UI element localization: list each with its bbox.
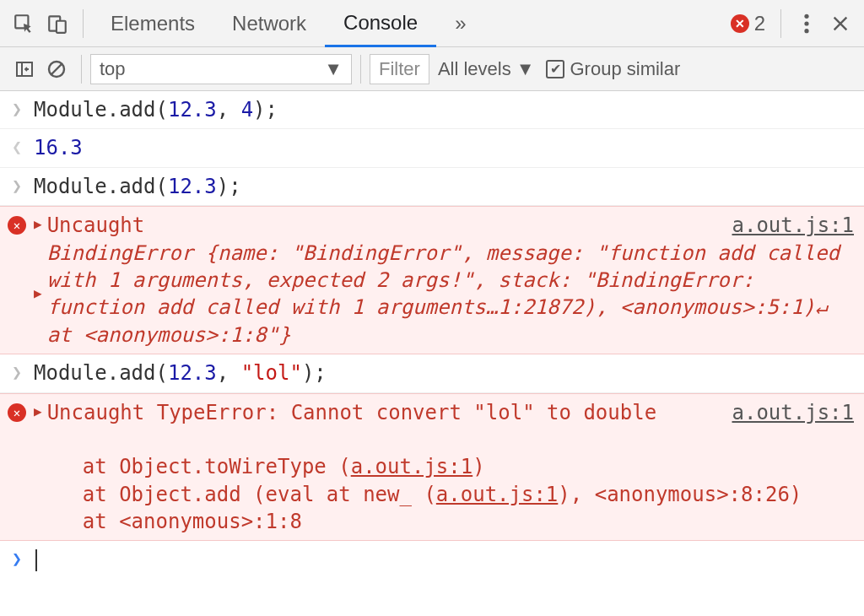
stack-source-link[interactable]: a.out.js:1 (351, 455, 473, 478)
input-chevron-icon (12, 362, 22, 382)
tab-elements[interactable]: Elements (92, 0, 213, 46)
console-prompt-input[interactable] (34, 546, 864, 573)
console-log: Module.add(12.3, 4); 16.3 Module.add(12.… (0, 91, 864, 579)
kebab-menu-icon[interactable] (790, 7, 824, 41)
error-object: BindingError {name: "BindingError", mess… (47, 240, 854, 349)
console-toolbar: top ▼ Filter All levels ▼ ✔ Group simila… (0, 47, 864, 91)
output-chevron-icon (12, 137, 22, 157)
error-icon: ✕ (8, 403, 26, 422)
chevron-down-icon: ▼ (516, 58, 535, 80)
console-input: Module.add(12.3, "lol"); (34, 359, 864, 386)
log-levels-selector[interactable]: All levels ▼ (438, 58, 535, 80)
error-icon: ✕ (8, 216, 26, 235)
tab-network[interactable]: Network (213, 0, 325, 46)
tab-console[interactable]: Console (325, 0, 436, 47)
console-prompt-row[interactable] (0, 541, 864, 578)
expand-triangle-icon[interactable]: ▶ (34, 281, 42, 306)
text-cursor (35, 549, 37, 571)
svg-rect-2 (57, 20, 66, 32)
expand-triangle-icon[interactable]: ▶ (34, 212, 42, 237)
separator (81, 55, 82, 84)
console-input: Module.add(12.3); (34, 173, 864, 200)
sidebar-toggle-icon[interactable] (8, 53, 40, 85)
devtools-tabbar: Elements Network Console » ✕ 2 (0, 0, 864, 47)
panel-tabs: Elements Network Console » (92, 0, 485, 46)
input-chevron-icon (12, 176, 22, 196)
stack-source-link[interactable]: a.out.js:1 (436, 483, 559, 506)
group-similar-label: Group similar (570, 58, 680, 80)
console-input-row: Module.add(12.3, "lol"); (0, 354, 864, 392)
filter-input[interactable]: Filter (370, 54, 429, 84)
error-count-badge[interactable]: ✕ 2 (731, 12, 765, 35)
console-input-row: Module.add(12.3); (0, 168, 864, 206)
group-similar-checkbox[interactable]: ✔ (546, 60, 564, 78)
inspect-element-icon[interactable] (7, 7, 40, 41)
console-output-row: 16.3 (0, 129, 864, 167)
input-chevron-icon (12, 99, 22, 119)
clear-console-icon[interactable] (40, 53, 73, 85)
svg-point-4 (804, 21, 808, 25)
device-toolbar-icon[interactable] (40, 7, 74, 41)
console-output: 16.3 (34, 134, 864, 161)
separator (780, 9, 781, 38)
chevron-down-icon: ▼ (324, 58, 343, 80)
error-source-link[interactable]: a.out.js:1 (732, 399, 855, 426)
close-icon[interactable] (824, 7, 857, 41)
context-selector[interactable]: top ▼ (90, 54, 352, 84)
console-input: Module.add(12.3, 4); (34, 96, 864, 123)
error-count: 2 (754, 12, 765, 35)
prompt-chevron-icon (12, 548, 22, 569)
filter-placeholder: Filter (379, 58, 420, 80)
expand-triangle-icon[interactable]: ▶ (34, 399, 42, 424)
console-error-row: ✕ a.out.js:1 ▶ Uncaught TypeError: Canno… (0, 393, 864, 542)
separator (360, 55, 361, 84)
error-title: Uncaught (47, 212, 145, 239)
context-value: top (100, 58, 126, 80)
console-input-row: Module.add(12.3, 4); (0, 91, 864, 129)
error-title: Uncaught TypeError: Cannot convert "lol"… (47, 399, 656, 426)
separator (83, 9, 84, 38)
error-icon: ✕ (731, 14, 749, 33)
error-stack: at Object.toWireType (a.out.js:1) at Obj… (34, 426, 854, 536)
console-error-row: ✕ a.out.js:1 ▶ Uncaught ▶ BindingError {… (0, 206, 864, 354)
tab-more[interactable]: » (436, 0, 484, 46)
error-source-link[interactable]: a.out.js:1 (732, 212, 855, 239)
svg-point-3 (804, 14, 808, 18)
svg-point-5 (804, 29, 808, 33)
levels-label: All levels (438, 58, 511, 80)
